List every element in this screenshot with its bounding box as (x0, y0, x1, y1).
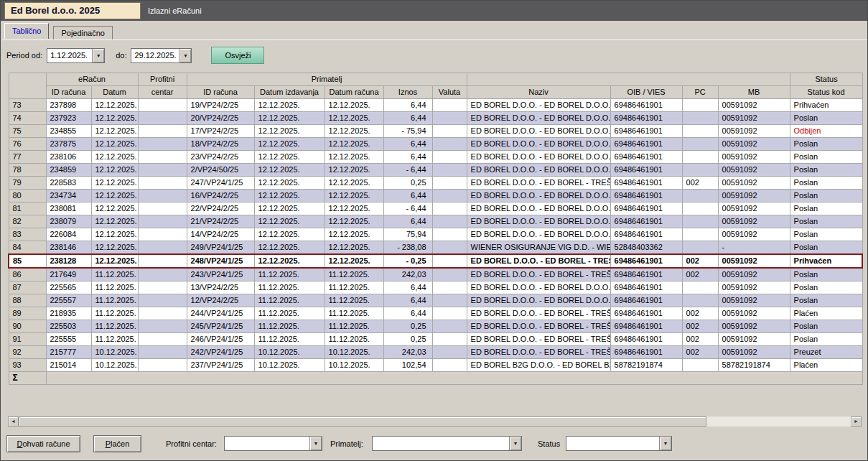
cell-centar (138, 320, 187, 333)
col-header-pc[interactable]: PC (682, 86, 718, 99)
cell-prim_id: 245/VP24/1/25 (187, 320, 254, 333)
cell-naziv: ED BOREL D.O.O. - ED BOREL - TREŠNJ (467, 268, 610, 281)
cell-datum_rac: 12.12.2025. (325, 112, 383, 125)
table-row[interactable]: 8722556511.12.2025.13/VP24/2/2511.12.202… (9, 281, 862, 294)
table-row[interactable]: 9122555511.12.2025.246/VP24/1/2511.12.20… (9, 333, 862, 346)
chevron-down-icon[interactable]: ▼ (92, 49, 104, 62)
col-header-centar[interactable]: centar (138, 86, 187, 99)
cell-pc: 002 (682, 333, 718, 346)
status-label: Status (538, 439, 560, 448)
table-row[interactable]: 8822555711.12.2025.12/VP24/2/2511.12.202… (9, 294, 862, 307)
table-row[interactable]: 8322608412.12.2025.14/VP24/2/2512.12.202… (9, 228, 862, 241)
table-row[interactable]: 9221577710.12.2025.242/VP24/1/2510.12.20… (9, 346, 862, 359)
table-row[interactable]: 8423814612.12.2025.249/VP24/1/2512.12.20… (9, 241, 862, 255)
chevron-down-icon[interactable]: ▼ (659, 437, 671, 450)
chevron-down-icon[interactable]: ▼ (509, 437, 521, 450)
cell-datum_rac: 12.12.2025. (325, 164, 383, 177)
cell-valuta (432, 307, 467, 320)
status-select[interactable]: ▼ (566, 436, 672, 451)
cell-mb: 00591092 (718, 268, 790, 281)
table-row[interactable]: 7523485512.12.2025.17/VP24/2/2512.12.202… (9, 125, 862, 138)
cell-id: 218935 (46, 307, 91, 320)
scroll-thumb[interactable] (19, 416, 706, 427)
chevron-down-icon[interactable]: ▼ (309, 437, 322, 450)
group-eracun: eRačun (46, 73, 138, 86)
col-header-oib[interactable]: OIB / VIES (610, 86, 682, 99)
cell-oib: 69486461901 (610, 228, 682, 241)
table-row[interactable]: 7623787512.12.2025.18/VP24/2/2512.12.202… (9, 138, 862, 151)
col-header-id-racuna[interactable]: ID računa (46, 86, 91, 99)
profitni-centar-select[interactable]: ▼ (224, 436, 322, 451)
cell-datum_rac: 12.12.2025. (325, 151, 383, 164)
table-row[interactable]: 8023473412.12.2025.16/VP24/2/2512.12.202… (9, 190, 862, 202)
cell-naziv: ED BOREL D.O.O. - ED BOREL - TREŠNJ (467, 333, 610, 346)
cell-datum_izd: 12.12.2025. (254, 112, 325, 125)
cell-pc (682, 241, 718, 255)
table-row[interactable]: 7423792312.12.2025.20/VP24/2/2512.12.202… (9, 112, 862, 125)
col-header-datum[interactable]: Datum (91, 86, 138, 99)
cell-id: 226084 (46, 228, 91, 241)
cell-status: Prihvaćen (790, 99, 862, 112)
cell-centar (138, 177, 187, 190)
table-row[interactable]: 7723810612.12.2025.23/VP24/2/2512.12.202… (9, 151, 862, 164)
placen-button[interactable]: Plaćen (93, 435, 141, 452)
col-header-naziv[interactable]: Naziv (467, 86, 610, 99)
scroll-track[interactable] (706, 416, 851, 427)
cell-oib: 69486461901 (610, 254, 682, 268)
primatelj-select[interactable]: ▼ (372, 436, 522, 451)
table-row[interactable]: 8621764911.12.2025.243/VP24/1/2511.12.20… (9, 268, 862, 281)
horizontal-scrollbar[interactable]: ◄ ► (8, 416, 862, 427)
table-row[interactable]: 7323789812.12.2025.19/VP24/2/2512.12.202… (9, 99, 862, 112)
cell-valuta (432, 254, 467, 268)
cell-oib: 69486461901 (610, 99, 682, 112)
period-from-value: 1.12.2025. (47, 49, 92, 62)
scroll-left-icon[interactable]: ◄ (8, 416, 19, 427)
tab-tablicno[interactable]: Tablično (4, 23, 49, 39)
cell-naziv: ED BOREL B2G D.O.O. - ED BOREL B2G (467, 359, 610, 372)
dohvati-racune-button[interactable]: Dohvati račune (6, 435, 80, 452)
table-row[interactable]: 7823485912.12.2025.2/VP24/50/2512.12.202… (9, 164, 862, 177)
period-to-select[interactable]: 29.12.2025. ▼ (131, 48, 192, 63)
table-row[interactable]: 9022550311.12.2025.245/VP24/1/2511.12.20… (9, 320, 862, 333)
cell-oib: 69486461901 (610, 177, 682, 190)
cell-oib: 69486461901 (610, 202, 682, 215)
cell-id: 238106 (46, 151, 91, 164)
cell-oib: 69486461901 (610, 138, 682, 151)
cell-datum_izd: 11.12.2025. (254, 294, 325, 307)
table-row[interactable]: 8523812812.12.2025.248/VP24/1/2512.12.20… (9, 254, 862, 268)
col-header-valuta[interactable]: Valuta (432, 86, 467, 99)
col-header-prim-id[interactable]: ID računa (187, 86, 254, 99)
scroll-right-icon[interactable]: ► (851, 416, 862, 427)
cell-prim_id: 246/VP24/1/25 (187, 333, 254, 346)
table-row[interactable]: 8921893511.12.2025.244/VP24/1/2511.12.20… (9, 307, 862, 320)
col-header-status-kod[interactable]: Status kod (790, 86, 862, 99)
cell-naziv: ED BOREL D.O.O. - ED BOREL - TREŠNJ (467, 307, 610, 320)
table-row[interactable]: 8223807912.12.2025.21/VP24/2/2512.12.202… (9, 215, 862, 228)
cell-iznos: 6,44 (383, 215, 432, 228)
col-header-datum-racuna[interactable]: Datum računa (325, 86, 383, 99)
cell-datum: 12.12.2025. (91, 125, 138, 138)
table-row[interactable]: 7922858312.12.2025.247/VP24/1/2512.12.20… (9, 177, 862, 190)
refresh-button[interactable]: Osvježi (211, 47, 264, 64)
cell-datum_izd: 11.12.2025. (254, 307, 325, 320)
cell-id: 228583 (46, 177, 91, 190)
table-row[interactable]: 8123808112.12.2025.22/VP24/2/2512.12.202… (9, 202, 862, 215)
tab-pojedinacno[interactable]: Pojedinačno (53, 26, 113, 39)
cell-iznos: 102,54 (383, 359, 432, 372)
period-from-select[interactable]: 1.12.2025. ▼ (47, 48, 105, 63)
col-header-datum-izdavanja[interactable]: Datum izdavanja (254, 86, 325, 99)
chevron-down-icon[interactable]: ▼ (179, 49, 191, 62)
cell-datum_izd: 12.12.2025. (254, 190, 325, 202)
cell-valuta (432, 320, 467, 333)
cell-datum_izd: 12.12.2025. (254, 99, 325, 112)
profitni-centar-label: Profitni centar: (166, 439, 217, 448)
cell-mb: 00591092 (718, 254, 790, 268)
cell-naziv: ED BOREL D.O.O. - ED BOREL - TREŠNJ (467, 346, 610, 359)
cell-datum_izd: 11.12.2025. (254, 320, 325, 333)
col-header-mb[interactable]: MB (718, 86, 790, 99)
col-header-iznos[interactable]: Iznos (383, 86, 432, 99)
cell-status: Poslan (790, 190, 862, 202)
cell-centar (138, 359, 187, 372)
cell-pc (682, 112, 718, 125)
table-row[interactable]: 9321501410.12.2025.237/VP24/1/2510.12.20… (9, 359, 862, 372)
